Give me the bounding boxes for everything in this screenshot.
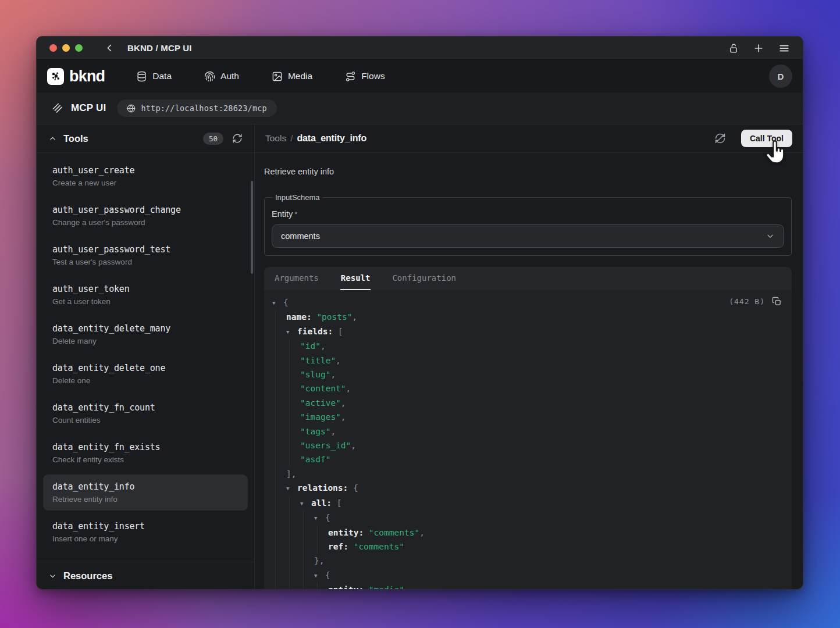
- page-title: MCP UI: [71, 102, 106, 114]
- json-line: "id",: [264, 339, 792, 353]
- tool-list-item[interactable]: data_entity_delete_one Delete one: [43, 356, 248, 392]
- collapse-triangle-icon[interactable]: ▼: [314, 569, 325, 583]
- json-line: ],: [264, 467, 792, 481]
- refresh-off-icon[interactable]: [714, 133, 726, 144]
- user-avatar[interactable]: D: [769, 65, 792, 88]
- nav-label: Flows: [361, 71, 385, 81]
- menu-icon[interactable]: [778, 42, 790, 54]
- tool-detail-body: Retrieve entity info InputSchema Entity*…: [255, 153, 803, 589]
- json-line: ▼{: [264, 295, 792, 310]
- tool-name: data_entity_fn_exists: [52, 442, 239, 452]
- collapse-triangle-icon[interactable]: ▼: [286, 481, 297, 495]
- new-tab-icon[interactable]: [753, 42, 764, 54]
- tool-description: Change a user's password: [52, 218, 239, 227]
- json-line: ▼all: [: [264, 496, 792, 511]
- input-schema-fieldset: InputSchema Entity* comments: [264, 193, 792, 256]
- tool-description: Count entities: [52, 416, 239, 424]
- call-tool-button[interactable]: Call Tool: [741, 130, 792, 147]
- breadcrumb-current: data_entity_info: [297, 133, 367, 144]
- entity-field-label: Entity*: [272, 209, 784, 219]
- server-url: http://localhost:28623/mcp: [141, 104, 267, 113]
- collapse-triangle-icon[interactable]: ▼: [286, 325, 297, 339]
- collapse-triangle-icon[interactable]: ▼: [272, 296, 283, 310]
- tool-list-item[interactable]: data_entity_fn_count Count entities: [43, 395, 248, 431]
- tool-detail: Tools / data_entity_info Call Tool Retri…: [255, 124, 803, 589]
- brand-name: bknd: [69, 67, 105, 85]
- result-body: (442 B) ▼{name: "posts",▼fields: ["id","…: [264, 290, 792, 589]
- fingerprint-icon: [204, 71, 215, 82]
- mcp-icon: [52, 102, 63, 114]
- tool-list-item[interactable]: auth_user_create Create a new user: [43, 158, 248, 194]
- result-panel: Arguments Result Configuration (442 B) ▼…: [264, 267, 792, 589]
- nav-label: Auth: [220, 71, 239, 81]
- tool-name: data_entity_delete_one: [52, 363, 239, 373]
- database-icon: [136, 71, 147, 82]
- collapse-triangle-icon[interactable]: ▼: [314, 511, 325, 525]
- back-icon[interactable]: [105, 43, 115, 53]
- json-line: entity: "media",: [264, 583, 792, 589]
- tool-description: Insert one or many: [52, 534, 239, 543]
- route-icon: [345, 71, 356, 82]
- app-header: bknd Data Auth Media: [37, 60, 803, 92]
- collapse-triangle-icon[interactable]: ▼: [300, 497, 311, 511]
- app-window: BKND / MCP UI: [36, 36, 803, 590]
- tool-list-item[interactable]: data_entity_insert Insert one or many: [43, 514, 248, 550]
- tool-description: Retrieve entity info: [264, 166, 792, 177]
- json-line: "slug",: [264, 367, 792, 381]
- server-url-pill[interactable]: http://localhost:28623/mcp: [117, 99, 277, 117]
- entity-select[interactable]: comments: [272, 224, 784, 248]
- nav-item-data[interactable]: Data: [136, 71, 172, 82]
- tool-list-item[interactable]: auth_user_token Get a user token: [43, 277, 248, 313]
- chevron-down-icon: [48, 572, 57, 580]
- tool-list-item[interactable]: data_entity_delete_many Delete many: [43, 316, 248, 352]
- json-line: ▼relations: {: [264, 481, 792, 495]
- json-line: "users_id",: [264, 438, 792, 452]
- tab-result[interactable]: Result: [340, 267, 371, 290]
- tool-description: Delete one: [52, 376, 239, 385]
- tool-name: auth_user_password_test: [52, 244, 239, 255]
- json-line: ▼{: [264, 511, 792, 525]
- tool-description: Delete many: [52, 337, 239, 345]
- json-line: name: "posts",: [264, 310, 792, 324]
- resources-section-header[interactable]: Resources: [37, 562, 254, 589]
- tool-description: Retrieve entity info: [52, 495, 239, 504]
- nav-item-media[interactable]: Media: [272, 71, 312, 82]
- tools-sidebar: Tools 50 auth_user_create Create a new u…: [37, 124, 255, 589]
- tool-description: Check if entity exists: [52, 455, 239, 464]
- lock-open-icon[interactable]: [728, 43, 739, 53]
- tool-list-item[interactable]: auth_user_password_test Test a user's pa…: [43, 237, 248, 273]
- image-icon: [272, 71, 283, 82]
- tab-arguments[interactable]: Arguments: [274, 267, 319, 290]
- close-window-button[interactable]: [49, 44, 57, 52]
- tool-name: data_entity_delete_many: [52, 323, 239, 334]
- globe-icon: [127, 104, 136, 113]
- tool-description: Test a user's password: [52, 258, 239, 266]
- refresh-icon[interactable]: [232, 133, 243, 144]
- tool-list-item[interactable]: data_entity_fn_exists Check if entity ex…: [43, 435, 248, 471]
- brand-logo[interactable]: bknd: [47, 67, 105, 85]
- input-schema-legend: InputSchema: [272, 193, 323, 202]
- tool-name: auth_user_password_change: [52, 205, 239, 215]
- tools-section-header[interactable]: Tools 50: [37, 124, 254, 153]
- nav-item-auth[interactable]: Auth: [204, 71, 239, 82]
- tools-count-badge: 50: [203, 133, 223, 145]
- breadcrumb-tools-link[interactable]: Tools: [265, 133, 286, 144]
- breadcrumb: Tools / data_entity_info Call Tool: [255, 124, 803, 153]
- minimize-window-button[interactable]: [62, 44, 70, 52]
- tool-list-item[interactable]: auth_user_password_change Change a user'…: [43, 198, 248, 234]
- desktop: { "window": { "title": "BKND / MCP UI" }…: [0, 0, 840, 628]
- tab-configuration[interactable]: Configuration: [391, 267, 457, 290]
- json-line: "active",: [264, 396, 792, 410]
- tools-list: auth_user_create Create a new user auth_…: [37, 153, 254, 562]
- nav-label: Data: [152, 71, 172, 81]
- required-mark: *: [294, 210, 297, 219]
- json-line: "title",: [264, 354, 792, 367]
- tool-list-item[interactable]: data_entity_info Retrieve entity info: [43, 474, 248, 511]
- sidebar-scrollbar-thumb[interactable]: [251, 181, 253, 274]
- traffic-lights: [49, 44, 83, 52]
- nav-item-flows[interactable]: Flows: [345, 71, 385, 82]
- entity-select-value: comments: [281, 231, 320, 241]
- zoom-window-button[interactable]: [75, 44, 83, 52]
- mcp-subheader: MCP UI http://localhost:28623/mcp: [37, 92, 803, 124]
- json-line: entity: "comments",: [264, 526, 792, 540]
